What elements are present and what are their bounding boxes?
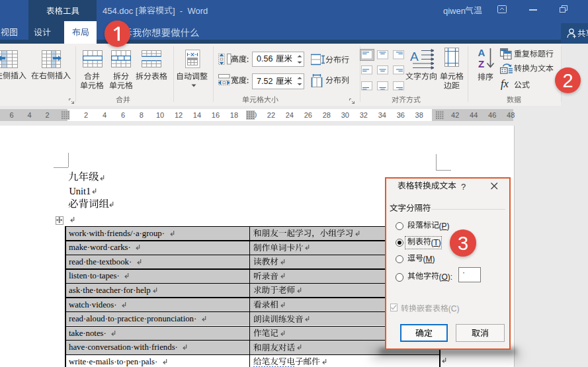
svg-text:A: A: [410, 50, 419, 63]
